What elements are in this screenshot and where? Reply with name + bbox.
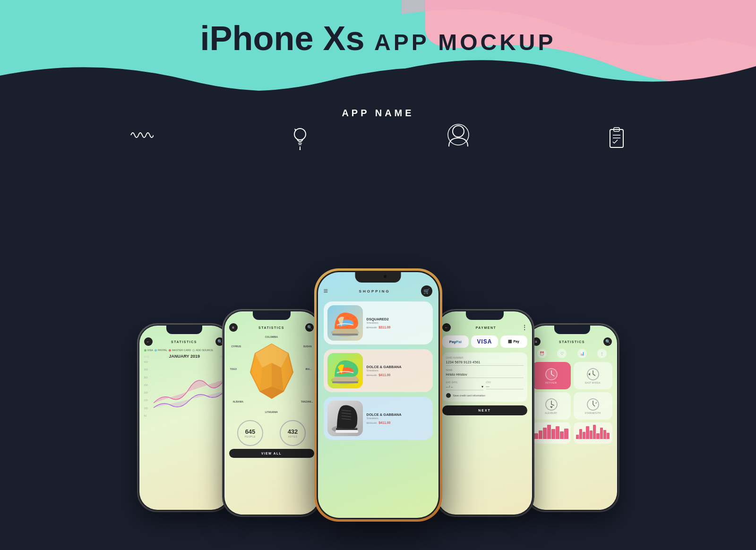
- chart-label-200: 200: [144, 391, 148, 394]
- ph2-votes-stat: 432 VOTES: [280, 420, 306, 446]
- save-card-label: Save credit card information: [453, 394, 485, 397]
- ph5-title: STATISTICS: [559, 340, 585, 344]
- shop-cart-button[interactable]: 🛒: [421, 285, 432, 297]
- person-icon: [447, 123, 470, 152]
- card-number-label: CARD NUMBER: [446, 356, 524, 359]
- ph5-starkmouth-label: STARKMOUTH: [584, 412, 601, 414]
- product1-info: DSQUARED2 Sneakers $741.00 $311.00: [367, 317, 429, 329]
- product-card-2[interactable]: DOLCE & GABBANA Sneakers $941.00 $411.00: [324, 349, 433, 392]
- legend-visa: VISA: [147, 349, 154, 352]
- svg-point-4: [453, 126, 464, 137]
- ph5-search-button[interactable]: 🔍: [603, 337, 612, 346]
- map-label-sudan: SUDAN: [303, 345, 312, 348]
- visa-option[interactable]: VISA: [471, 335, 498, 348]
- ph5-heart-icon: ♡: [557, 349, 567, 358]
- map-label-colombia: COLOMBIA: [265, 335, 278, 338]
- map-label-cyprus: CYPRUS: [232, 345, 241, 348]
- product-card-1[interactable]: DSQUARED2 Sneakers $741.00 $311.00: [324, 301, 433, 344]
- card-number-value[interactable]: 1234 5678 9123 4561: [446, 360, 524, 366]
- product3-info: DOLCE & GABBANA Sneakers $941.00 $411.00: [367, 412, 429, 424]
- ph2-people-count: 645: [245, 428, 256, 435]
- shop-title: SHOPPING: [359, 289, 390, 293]
- product1-original-price: $741.00: [367, 326, 377, 329]
- ph4-title: PAYMENT: [476, 326, 497, 329]
- legend-addsource: ADD SOURCE: [196, 349, 213, 352]
- exp-label: EXP. DATE: [446, 381, 483, 384]
- waveform-icon: [130, 127, 154, 152]
- phones-container: ← STATISTICS 🔍 VISA PAYPAL: [59, 268, 697, 522]
- svg-point-0: [294, 129, 306, 140]
- phone-center-shopping: ≡ SHOPPING 🛒: [314, 268, 442, 522]
- ph5-bottom-chart-right: [574, 422, 612, 444]
- ph2-people-stat: 645 PEOPLE: [237, 420, 263, 446]
- clipboard-icon: [607, 127, 626, 152]
- product1-type: Sneakers: [367, 321, 429, 324]
- icons-row: [0, 127, 756, 152]
- paypal-label: PayPal: [449, 340, 462, 344]
- applepay-label: ⬛ Pay: [508, 340, 519, 344]
- ph4-next-button[interactable]: NEXT: [442, 405, 527, 415]
- ph1-prev-year: 2018: [144, 355, 149, 358]
- ph4-back-button[interactable]: ←: [442, 323, 451, 332]
- applepay-option[interactable]: ⬛ Pay: [500, 335, 527, 348]
- product3-type: Sneakers: [367, 417, 429, 420]
- ph2-search-button[interactable]: 🔍: [305, 323, 314, 332]
- visa-label: VISA: [477, 338, 492, 345]
- legend-paypal: PAYPAL: [158, 349, 167, 352]
- map-label-lithuania: LITHUANIA: [265, 411, 278, 413]
- chart-label-250: 250: [144, 384, 148, 387]
- chart-label-150: 150: [144, 399, 148, 402]
- app-name-label: APP NAME: [342, 108, 414, 119]
- name-field: NAME Hristo Hristov: [446, 369, 524, 378]
- cvv-value[interactable]: ---: [486, 385, 524, 389]
- ph5-tile-eastnyasia: EAST NYASIA: [574, 362, 612, 389]
- save-card-row: Save credit card information: [446, 393, 524, 398]
- map-label-tanzania: TANZANI...: [301, 400, 313, 403]
- ph5-eastnyasia-label: EAST NYASIA: [585, 382, 600, 384]
- exp-date-field: EXP. DATE -- / --▾: [446, 381, 483, 390]
- chart-label-100: 100: [144, 407, 148, 410]
- svg-line-40: [551, 404, 554, 405]
- name-value[interactable]: Hristo Hristov: [446, 372, 524, 378]
- ph4-more-button[interactable]: ⋮: [522, 324, 527, 331]
- map-label-iran: IRA...: [306, 368, 312, 370]
- shop-menu-button[interactable]: ≡: [324, 287, 328, 295]
- phone1-statistics: ← STATISTICS 🔍 VISA PAYPAL: [137, 323, 232, 512]
- map-label-togo: TOGO: [230, 368, 237, 370]
- paypal-option[interactable]: PayPal: [442, 335, 469, 348]
- svg-point-5: [448, 124, 469, 145]
- chart-label-400: 400: [144, 361, 148, 363]
- ph1-back-button[interactable]: ←: [144, 337, 153, 346]
- ph5-chart-icon: 📊: [577, 349, 587, 358]
- chart-label-300: 300: [144, 376, 148, 379]
- exp-value[interactable]: -- / --▾: [446, 385, 483, 390]
- ph1-title: STATISTICS: [171, 340, 197, 344]
- name-label: NAME: [446, 369, 524, 371]
- ph2-menu-button[interactable]: ≡: [229, 323, 238, 332]
- cvv-field: CVV ---: [486, 381, 524, 390]
- svg-rect-27: [335, 430, 358, 433]
- product3-sale-price: $411.00: [378, 421, 390, 424]
- svg-line-37: [593, 374, 595, 376]
- product3-brand: DOLCE & GABBANA: [367, 412, 429, 417]
- chart-label-50: 50: [144, 414, 148, 417]
- legend-mastercard: MASTER CARD: [172, 349, 191, 352]
- product1-brand: DSQUARED2: [367, 317, 429, 321]
- product-card-3[interactable]: DOLCE & GABBANA Sneakers $941.00 $411.00: [324, 397, 433, 440]
- ph2-title: STATISTICS: [258, 326, 284, 329]
- lightbulb-icon: [291, 127, 309, 152]
- phone4-payment: ← PAYMENT ⋮ PayPal VISA ⬛ Pay: [435, 309, 534, 517]
- chart-label-350: 350: [144, 368, 148, 371]
- product-list: DSQUARED2 Sneakers $741.00 $311.00: [324, 301, 433, 440]
- svg-rect-25: [332, 381, 358, 383]
- ph2-votes-count: 432: [288, 428, 298, 435]
- product2-original-price: $941.00: [367, 374, 377, 377]
- ph2-people-label: PEOPLE: [245, 435, 256, 438]
- svg-rect-6: [610, 129, 623, 147]
- save-checkbox[interactable]: [446, 393, 451, 398]
- ph2-view-all-button[interactable]: VIEW ALL: [229, 449, 314, 458]
- product2-sale-price: $411.00: [378, 373, 390, 377]
- ph5-clock-icon: ⏰: [537, 349, 547, 358]
- product2-info: DOLCE & GABBANA Sneakers $941.00 $411.00: [367, 365, 429, 377]
- ph5-tile-reyview: REYVIEW: [532, 362, 571, 389]
